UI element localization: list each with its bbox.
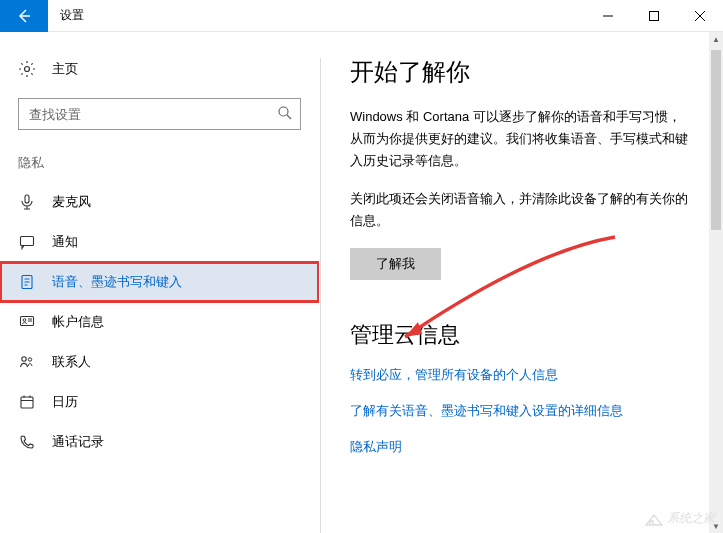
svg-point-18 [22, 357, 26, 361]
back-button[interactable] [0, 0, 48, 32]
home-label: 主页 [52, 60, 78, 78]
svg-rect-20 [21, 397, 33, 408]
titlebar: 设置 [0, 0, 723, 32]
window-controls [585, 0, 723, 32]
callhistory-icon [18, 433, 36, 451]
svg-point-6 [279, 107, 288, 116]
description-2: 关闭此项还会关闭语音输入，并清除此设备了解的有关你的信息。 [350, 188, 693, 232]
contacts-icon [18, 353, 36, 371]
know-me-button[interactable]: 了解我 [350, 248, 441, 280]
page-heading: 开始了解你 [350, 56, 693, 88]
sidebar-item-microphone[interactable]: 麦克风 [0, 182, 319, 222]
section-heading-cloud: 管理云信息 [350, 320, 693, 350]
svg-point-15 [23, 319, 26, 322]
scroll-up-icon[interactable]: ▲ [709, 32, 723, 46]
svg-point-19 [28, 358, 31, 361]
account-icon [18, 313, 36, 331]
window-title: 设置 [48, 7, 84, 24]
back-arrow-icon [16, 8, 32, 24]
search-wrap [18, 98, 301, 130]
sidebar-item-label: 帐户信息 [52, 313, 104, 331]
scroll-down-icon[interactable]: ▼ [709, 519, 723, 533]
link-privacy[interactable]: 隐私声明 [350, 438, 693, 456]
sidebar-item-contacts[interactable]: 联系人 [0, 342, 319, 382]
sidebar-item-label: 语音、墨迹书写和键入 [52, 273, 182, 291]
description-1: Windows 和 Cortana 可以逐步了解你的语音和手写习惯，从而为你提供… [350, 106, 693, 172]
close-button[interactable] [677, 0, 723, 32]
sidebar-item-label: 通话记录 [52, 433, 104, 451]
sidebar-item-calendar[interactable]: 日历 [0, 382, 319, 422]
sidebar: 主页 隐私 麦克风 通知 语 [0, 32, 320, 533]
gear-icon [18, 60, 36, 78]
sidebar-item-label: 麦克风 [52, 193, 91, 211]
maximize-icon [649, 11, 659, 21]
group-header-privacy: 隐私 [0, 148, 319, 182]
chat-icon [18, 233, 36, 251]
sidebar-item-label: 日历 [52, 393, 78, 411]
sidebar-item-notifications[interactable]: 通知 [0, 222, 319, 262]
vertical-separator [320, 58, 321, 533]
sidebar-item-label: 联系人 [52, 353, 91, 371]
mic-icon [18, 193, 36, 211]
speech-icon [18, 273, 36, 291]
search-icon [277, 105, 293, 124]
home-nav[interactable]: 主页 [0, 52, 319, 86]
scrollbar[interactable]: ▲ ▼ [709, 32, 723, 533]
svg-rect-8 [25, 195, 29, 203]
scrollbar-thumb[interactable] [711, 50, 721, 230]
search-input[interactable] [18, 98, 301, 130]
maximize-button[interactable] [631, 0, 677, 32]
svg-line-7 [287, 115, 291, 119]
svg-rect-9 [21, 237, 34, 246]
sidebar-item-callhistory[interactable]: 通话记录 [0, 422, 319, 462]
sidebar-item-label: 通知 [52, 233, 78, 251]
calendar-icon [18, 393, 36, 411]
close-icon [695, 11, 705, 21]
svg-rect-2 [650, 11, 659, 20]
svg-point-5 [25, 67, 30, 72]
minimize-icon [603, 11, 613, 21]
sidebar-item-account[interactable]: 帐户信息 [0, 302, 319, 342]
link-bing[interactable]: 转到必应，管理所有设备的个人信息 [350, 366, 693, 384]
content-pane: 开始了解你 Windows 和 Cortana 可以逐步了解你的语音和手写习惯，… [320, 32, 723, 533]
sidebar-item-speech[interactable]: 语音、墨迹书写和键入 [0, 262, 319, 302]
link-learn-more[interactable]: 了解有关语音、墨迹书写和键入设置的详细信息 [350, 402, 693, 420]
minimize-button[interactable] [585, 0, 631, 32]
